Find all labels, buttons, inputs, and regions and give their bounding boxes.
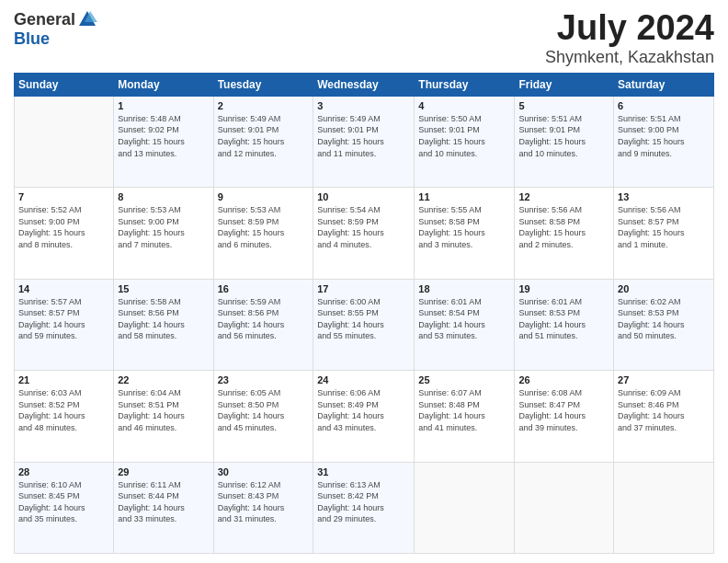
calendar-cell: 25Sunrise: 6:07 AM Sunset: 8:48 PM Dayli… — [415, 371, 515, 462]
day-info: Sunrise: 5:54 AM Sunset: 8:59 PM Dayligh… — [317, 204, 410, 250]
calendar-cell: 27Sunrise: 6:09 AM Sunset: 8:46 PM Dayli… — [614, 371, 714, 462]
day-number: 19 — [518, 283, 609, 294]
day-number: 20 — [618, 283, 710, 294]
day-number: 9 — [218, 191, 310, 202]
header-day: Wednesday — [313, 73, 415, 96]
calendar-cell: 7Sunrise: 5:52 AM Sunset: 9:00 PM Daylig… — [15, 188, 114, 279]
day-number: 27 — [618, 374, 710, 385]
day-number: 26 — [518, 374, 609, 385]
calendar-cell: 31Sunrise: 6:13 AM Sunset: 8:42 PM Dayli… — [313, 462, 415, 553]
title-block: July 2024 Shymkent, Kazakhstan — [545, 9, 714, 67]
calendar-cell: 15Sunrise: 5:58 AM Sunset: 8:56 PM Dayli… — [114, 279, 213, 370]
day-info: Sunrise: 6:05 AM Sunset: 8:50 PM Dayligh… — [218, 387, 310, 433]
calendar-cell: 5Sunrise: 5:51 AM Sunset: 9:01 PM Daylig… — [515, 96, 614, 187]
day-info: Sunrise: 6:13 AM Sunset: 8:42 PM Dayligh… — [317, 479, 410, 525]
calendar-cell: 2Sunrise: 5:49 AM Sunset: 9:01 PM Daylig… — [213, 96, 313, 187]
calendar-cell: 30Sunrise: 6:12 AM Sunset: 8:43 PM Dayli… — [213, 462, 313, 553]
calendar-cell: 23Sunrise: 6:05 AM Sunset: 8:50 PM Dayli… — [213, 371, 313, 462]
day-info: Sunrise: 5:55 AM Sunset: 8:58 PM Dayligh… — [418, 204, 510, 250]
day-number: 14 — [18, 283, 109, 294]
day-number: 12 — [518, 191, 609, 202]
day-info: Sunrise: 5:56 AM Sunset: 8:58 PM Dayligh… — [518, 204, 609, 250]
header-row: SundayMondayTuesdayWednesdayThursdayFrid… — [15, 73, 714, 96]
calendar-cell: 16Sunrise: 5:59 AM Sunset: 8:56 PM Dayli… — [213, 279, 313, 370]
calendar-cell: 17Sunrise: 6:00 AM Sunset: 8:55 PM Dayli… — [313, 279, 415, 370]
calendar-header: SundayMondayTuesdayWednesdayThursdayFrid… — [15, 73, 714, 96]
day-number: 21 — [18, 374, 109, 385]
day-number: 5 — [518, 100, 609, 111]
day-info: Sunrise: 6:04 AM Sunset: 8:51 PM Dayligh… — [118, 387, 209, 433]
header-day: Monday — [114, 73, 213, 96]
header-day: Saturday — [614, 73, 714, 96]
calendar-cell: 8Sunrise: 5:53 AM Sunset: 9:00 PM Daylig… — [114, 188, 213, 279]
day-number: 4 — [418, 100, 510, 111]
calendar-cell: 1Sunrise: 5:48 AM Sunset: 9:02 PM Daylig… — [114, 96, 213, 187]
calendar-cell: 22Sunrise: 6:04 AM Sunset: 8:51 PM Dayli… — [114, 371, 213, 462]
day-number: 3 — [317, 100, 410, 111]
logo: General Blue — [14, 9, 97, 49]
day-info: Sunrise: 5:51 AM Sunset: 9:01 PM Dayligh… — [518, 113, 609, 159]
day-info: Sunrise: 5:49 AM Sunset: 9:01 PM Dayligh… — [317, 113, 410, 159]
day-info: Sunrise: 5:52 AM Sunset: 9:00 PM Dayligh… — [18, 204, 109, 250]
day-info: Sunrise: 6:02 AM Sunset: 8:53 PM Dayligh… — [618, 296, 710, 342]
calendar-cell: 12Sunrise: 5:56 AM Sunset: 8:58 PM Dayli… — [515, 188, 614, 279]
calendar-cell: 4Sunrise: 5:50 AM Sunset: 9:01 PM Daylig… — [415, 96, 515, 187]
day-info: Sunrise: 6:12 AM Sunset: 8:43 PM Dayligh… — [218, 479, 310, 525]
calendar-cell — [415, 462, 515, 553]
calendar-page: General Blue July 2024 Shymkent, Kazakhs… — [0, 0, 728, 563]
calendar-cell — [614, 462, 714, 553]
day-number: 6 — [618, 100, 710, 111]
calendar-week-row: 1Sunrise: 5:48 AM Sunset: 9:02 PM Daylig… — [15, 96, 714, 187]
calendar-cell: 28Sunrise: 6:10 AM Sunset: 8:45 PM Dayli… — [15, 462, 114, 553]
calendar-cell: 20Sunrise: 6:02 AM Sunset: 8:53 PM Dayli… — [614, 279, 714, 370]
day-number: 10 — [317, 191, 410, 202]
day-info: Sunrise: 6:09 AM Sunset: 8:46 PM Dayligh… — [618, 387, 710, 433]
logo-icon — [77, 9, 97, 29]
calendar-cell — [515, 462, 614, 553]
day-info: Sunrise: 6:03 AM Sunset: 8:52 PM Dayligh… — [18, 387, 109, 433]
month-title: July 2024 — [545, 9, 714, 48]
day-info: Sunrise: 5:59 AM Sunset: 8:56 PM Dayligh… — [218, 296, 310, 342]
day-info: Sunrise: 6:00 AM Sunset: 8:55 PM Dayligh… — [317, 296, 410, 342]
calendar-cell: 29Sunrise: 6:11 AM Sunset: 8:44 PM Dayli… — [114, 462, 213, 553]
header-day: Tuesday — [213, 73, 313, 96]
logo-blue-text: Blue — [14, 29, 50, 49]
day-number: 28 — [18, 466, 109, 477]
day-info: Sunrise: 6:07 AM Sunset: 8:48 PM Dayligh… — [418, 387, 510, 433]
day-info: Sunrise: 5:56 AM Sunset: 8:57 PM Dayligh… — [618, 204, 710, 250]
day-info: Sunrise: 5:57 AM Sunset: 8:57 PM Dayligh… — [18, 296, 109, 342]
day-info: Sunrise: 5:48 AM Sunset: 9:02 PM Dayligh… — [118, 113, 209, 159]
day-info: Sunrise: 5:51 AM Sunset: 9:00 PM Dayligh… — [618, 113, 710, 159]
day-number: 24 — [317, 374, 410, 385]
day-info: Sunrise: 6:08 AM Sunset: 8:47 PM Dayligh… — [518, 387, 609, 433]
header-day: Thursday — [415, 73, 515, 96]
calendar-cell: 10Sunrise: 5:54 AM Sunset: 8:59 PM Dayli… — [313, 188, 415, 279]
day-info: Sunrise: 6:10 AM Sunset: 8:45 PM Dayligh… — [18, 479, 109, 525]
day-info: Sunrise: 5:58 AM Sunset: 8:56 PM Dayligh… — [118, 296, 209, 342]
header-day: Sunday — [15, 73, 114, 96]
day-info: Sunrise: 5:50 AM Sunset: 9:01 PM Dayligh… — [418, 113, 510, 159]
day-info: Sunrise: 6:06 AM Sunset: 8:49 PM Dayligh… — [317, 387, 410, 433]
day-info: Sunrise: 5:49 AM Sunset: 9:01 PM Dayligh… — [218, 113, 310, 159]
calendar-cell: 24Sunrise: 6:06 AM Sunset: 8:49 PM Dayli… — [313, 371, 415, 462]
day-info: Sunrise: 6:11 AM Sunset: 8:44 PM Dayligh… — [118, 479, 209, 525]
day-number: 23 — [218, 374, 310, 385]
day-number: 18 — [418, 283, 510, 294]
calendar-table: SundayMondayTuesdayWednesdayThursdayFrid… — [14, 73, 714, 554]
calendar-cell: 3Sunrise: 5:49 AM Sunset: 9:01 PM Daylig… — [313, 96, 415, 187]
day-info: Sunrise: 5:53 AM Sunset: 9:00 PM Dayligh… — [118, 204, 209, 250]
calendar-cell: 18Sunrise: 6:01 AM Sunset: 8:54 PM Dayli… — [415, 279, 515, 370]
day-number: 30 — [218, 466, 310, 477]
day-number: 15 — [118, 283, 209, 294]
calendar-week-row: 21Sunrise: 6:03 AM Sunset: 8:52 PM Dayli… — [15, 371, 714, 462]
day-number: 22 — [118, 374, 209, 385]
calendar-cell: 14Sunrise: 5:57 AM Sunset: 8:57 PM Dayli… — [15, 279, 114, 370]
calendar-cell: 19Sunrise: 6:01 AM Sunset: 8:53 PM Dayli… — [515, 279, 614, 370]
day-info: Sunrise: 6:01 AM Sunset: 8:53 PM Dayligh… — [518, 296, 609, 342]
calendar-cell: 11Sunrise: 5:55 AM Sunset: 8:58 PM Dayli… — [415, 188, 515, 279]
location-title: Shymkent, Kazakhstan — [545, 48, 714, 67]
day-info: Sunrise: 5:53 AM Sunset: 8:59 PM Dayligh… — [218, 204, 310, 250]
day-number: 11 — [418, 191, 510, 202]
day-number: 17 — [317, 283, 410, 294]
day-number: 7 — [18, 191, 109, 202]
